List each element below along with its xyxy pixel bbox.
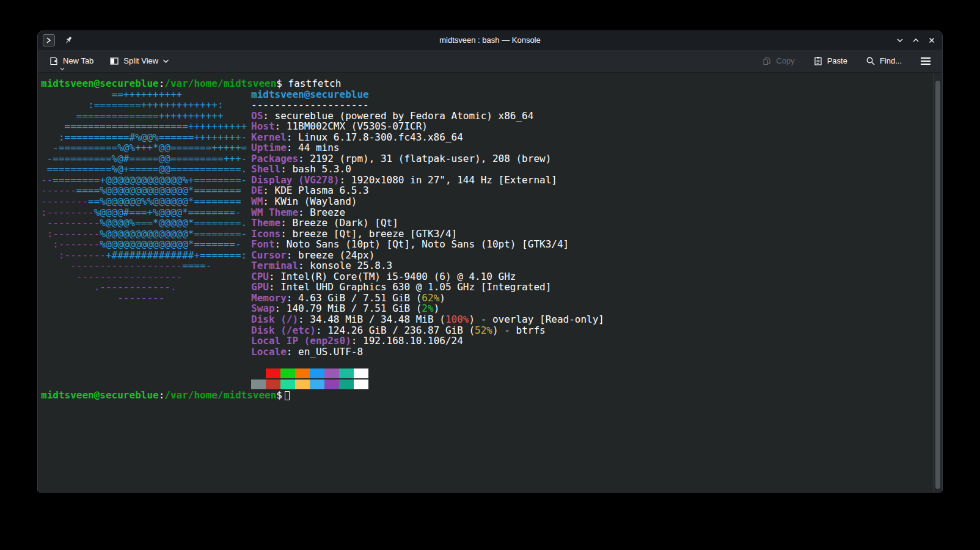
maximize-button[interactable] <box>912 36 920 45</box>
text-segment: WM Theme <box>251 207 298 218</box>
find-button[interactable]: Find... <box>861 53 907 70</box>
text-segment: : 11BM002CMX (V530S-07ICR) <box>275 120 428 132</box>
text-segment: $ <box>276 78 282 89</box>
text-segment: %@@@@@@@@@@@@@@*=======- <box>100 238 241 250</box>
konsole-terminal-icon <box>43 34 55 46</box>
menu-button[interactable] <box>915 53 936 69</box>
text-segment: +##############+=======: <box>106 249 247 261</box>
new-tab-label: New Tab <box>63 56 93 65</box>
text-segment: Kernel <box>251 131 287 143</box>
minimize-button[interactable] <box>896 36 904 45</box>
paste-label: Paste <box>827 56 847 65</box>
text-segment: : 4.63 GiB / 7.51 GiB ( <box>287 292 422 304</box>
text-segment: ) - btrfs <box>492 324 546 336</box>
text-segment: : 192.168.10.106/24 <box>351 335 463 346</box>
close-button[interactable] <box>927 36 936 45</box>
text-segment: 52% <box>475 324 492 336</box>
system-info: midtsveen@secureblue -------------------… <box>251 89 604 389</box>
terminal-output: midtsveen@secureblue:/var/home/midtsveen… <box>41 78 932 492</box>
copy-label: Copy <box>776 56 794 65</box>
copy-button[interactable]: Copy <box>757 53 799 70</box>
text-segment <box>41 271 76 282</box>
text-segment: .------------. <box>94 281 177 293</box>
text-segment: ------------------ <box>76 271 182 282</box>
text-segment: : 44 mins <box>287 142 340 153</box>
text-segment: : KWin (Wayland) <box>263 196 357 207</box>
text-segment: Memory <box>251 292 287 304</box>
hamburger-menu-icon <box>920 57 931 65</box>
scrollbar[interactable] <box>933 73 942 492</box>
text-segment <box>41 228 47 240</box>
text-segment: : konsole 25.8.3 <box>298 260 392 271</box>
text-segment: : 1920x1080 in 27", 144 Hz [External] <box>340 174 557 186</box>
split-view-label: Split View <box>123 56 158 65</box>
text-segment <box>41 217 47 229</box>
text-segment <box>41 131 59 143</box>
text-segment: Cursor <box>251 249 287 261</box>
copy-icon <box>762 56 772 66</box>
text-segment <box>41 120 65 132</box>
text-segment: ==%@@@@@@%%@@@@@@*======== <box>88 196 241 207</box>
text-segment: : breeze [Qt], breeze [GTK3/4] <box>280 228 457 240</box>
text-segment: :========+++++++++++++: <box>88 99 224 111</box>
text-segment: $ <box>276 389 282 401</box>
palette-swatch <box>354 369 368 378</box>
text-segment: --------- <box>47 217 100 229</box>
text-segment <box>41 292 117 304</box>
text-segment: %@@@@@@@@@@@@@@*========- <box>100 228 247 240</box>
text-segment: : secureblue (powered by Fedora Atomic) … <box>263 110 533 122</box>
find-label: Find... <box>880 56 902 65</box>
text-segment: : Linux 6.17.8-300.fc43.x86_64 <box>287 131 463 143</box>
text-segment: ) - overlay [Read-only] <box>469 314 604 325</box>
text-segment: -==========%@#=====@@=========+++- <box>47 153 247 164</box>
new-tab-icon <box>49 56 59 66</box>
split-view-icon <box>109 56 119 66</box>
text-segment: : breeze (24px) <box>287 249 375 261</box>
text-segment: Disk (/etc) <box>251 324 316 336</box>
text-segment: 100% <box>445 314 469 325</box>
palette-swatch <box>339 380 354 389</box>
text-segment: Disk (/) <box>251 314 298 325</box>
text-segment: Font <box>251 238 275 250</box>
palette-swatch <box>324 369 339 378</box>
text-segment: WM <box>251 196 263 207</box>
text-segment: : 140.79 MiB / 7.51 GiB ( <box>275 302 422 314</box>
text-segment: ==============+++++++++++ <box>76 110 224 122</box>
text-segment: CPU <box>251 271 269 282</box>
text-segment: Theme <box>251 217 280 229</box>
text-segment: :------- <box>59 249 106 261</box>
text-segment: : Intel UHD Graphics 630 @ 1.05 GHz [Int… <box>269 281 551 293</box>
text-segment <box>41 89 112 100</box>
text-segment: fastfetch <box>282 78 341 89</box>
palette-swatch <box>310 369 324 378</box>
paste-button[interactable]: Paste <box>808 53 852 70</box>
split-view-button[interactable]: Split View <box>104 53 174 70</box>
text-segment: : en_US.UTF-8 <box>287 346 363 358</box>
konsole-window: midtsveen : bash — Konsole New Tab <box>37 31 943 493</box>
palette-swatch <box>251 369 266 378</box>
palette-swatch <box>295 369 310 378</box>
terminal-viewport[interactable]: midtsveen@secureblue:/var/home/midtsveen… <box>38 73 942 492</box>
text-segment: /var/home/midtsveen <box>164 78 276 89</box>
text-segment: Icons <box>251 228 280 240</box>
text-segment: OS <box>251 110 263 122</box>
palette-swatch <box>354 380 368 389</box>
new-tab-button[interactable]: New Tab <box>44 53 98 70</box>
text-segment <box>41 249 59 261</box>
text-segment: :-------- <box>41 207 94 218</box>
scrollbar-thumb[interactable] <box>935 81 940 489</box>
text-segment <box>41 99 88 111</box>
text-segment: ====- <box>182 260 211 271</box>
text-segment: ========+@@@@@@@@@@@@@%+========- <box>53 174 247 186</box>
text-segment: -- <box>41 174 53 186</box>
text-segment <box>41 163 47 175</box>
palette-swatch <box>295 380 310 389</box>
palette-swatch <box>280 380 295 389</box>
title-bar[interactable]: midtsveen : bash — Konsole <box>38 31 942 50</box>
close-icon <box>927 36 936 45</box>
text-segment: ------ <box>41 185 76 196</box>
text-segment: GPU <box>251 281 269 293</box>
text-segment: %@@@@%===*@@@@@*========. <box>100 217 247 229</box>
pin-icon[interactable] <box>64 35 73 45</box>
palette-swatch <box>324 380 339 389</box>
